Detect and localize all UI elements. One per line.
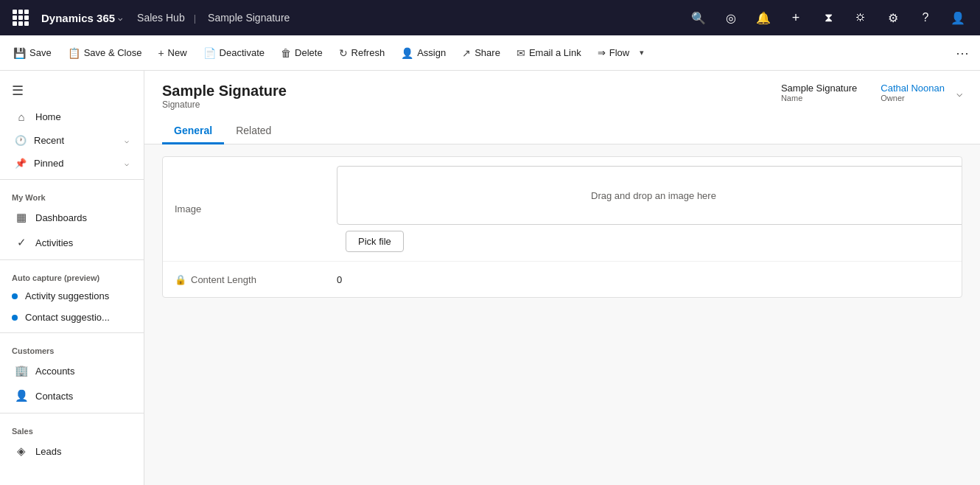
record-owner-field: Cathal Noonan Owner (881, 83, 945, 102)
activity-dot-icon (12, 293, 18, 299)
lock-icon: 🔒 (175, 274, 186, 285)
record-header: Sample Signature Signature Sample Signat… (162, 83, 962, 110)
deactivate-button[interactable]: 📄 Deactivate (196, 43, 272, 63)
customers-section-label: Customers (0, 338, 144, 358)
share-icon: ↗ (462, 47, 471, 59)
tab-general[interactable]: General (162, 119, 224, 144)
record-meta-area: Sample Signature Name Cathal Noonan Owne… (781, 83, 962, 102)
record-owner-value[interactable]: Cathal Noonan (881, 83, 945, 94)
image-drop-zone[interactable]: Drag and drop an image here (337, 166, 962, 225)
form-area: Image Drag and drop an image here Pick f… (144, 144, 980, 310)
content-length-value: 0 (325, 262, 962, 297)
sidebar-toggle-button[interactable]: ☰ (0, 77, 144, 105)
deactivate-icon: 📄 (203, 47, 216, 59)
contacts-icon: 👤 (15, 389, 28, 402)
sales-section-label: Sales (0, 418, 144, 439)
flow-button[interactable]: ⇒ Flow (590, 43, 635, 63)
refresh-button[interactable]: ↻ Refresh (332, 43, 393, 63)
record-name-value: Sample Signature (781, 83, 857, 94)
sidebar-divider-1 (0, 179, 144, 180)
brand-chevron-icon: ⌵ (118, 14, 122, 22)
content-header: Sample Signature Signature Sample Signat… (144, 71, 980, 144)
email-link-button[interactable]: ✉ Email a Link (509, 43, 589, 63)
user-search-icon[interactable]: ⛭ (847, 4, 874, 31)
grid-icon (13, 10, 29, 26)
delete-button[interactable]: 🗑 Delete (273, 43, 330, 63)
task-icon[interactable]: ◎ (718, 4, 744, 31)
sidebar-item-dashboards[interactable]: ▦ Dashboards (3, 205, 141, 230)
brand-name[interactable]: Dynamics 365 ⌵ (41, 12, 122, 24)
sidebar-divider-2 (0, 259, 144, 260)
new-record-icon[interactable]: + (783, 4, 809, 31)
sidebar-item-home[interactable]: ⌂ Home (3, 105, 141, 129)
app-grid-button[interactable] (9, 6, 32, 29)
record-title: Sample Signature (162, 83, 287, 100)
pinned-chevron-icon: ⌵ (125, 159, 129, 167)
email-icon: ✉ (517, 47, 525, 59)
record-title-area: Sample Signature Signature (162, 83, 287, 110)
sidebar-item-recent[interactable]: 🕐 Recent ⌵ (3, 129, 141, 152)
accounts-icon: 🏢 (15, 364, 28, 377)
my-work-section-label: My Work (0, 184, 144, 205)
save-button[interactable]: 💾 Save (6, 43, 59, 63)
sidebar-item-accounts[interactable]: 🏢 Accounts (3, 358, 141, 383)
image-row: Image Drag and drop an image here Pick f… (163, 157, 962, 262)
form-section: Image Drag and drop an image here Pick f… (162, 156, 962, 298)
assign-icon: 👤 (401, 47, 413, 59)
sidebar-item-contacts[interactable]: 👤 Contacts (3, 383, 141, 408)
save-close-icon: 📋 (68, 47, 80, 59)
image-label: Image (163, 157, 325, 261)
content-area: Sample Signature Signature Sample Signat… (144, 71, 980, 485)
contact-dot-icon (12, 315, 18, 321)
sidebar-divider-4 (0, 413, 144, 414)
flow-chevron-button[interactable]: ▾ (635, 43, 648, 62)
record-name-label: Name (781, 94, 857, 102)
pick-file-button[interactable]: Pick file (346, 231, 404, 252)
filter-icon[interactable]: ⧗ (815, 4, 841, 31)
tab-related[interactable]: Related (224, 119, 283, 144)
new-icon: + (158, 47, 164, 59)
new-button[interactable]: + New (150, 43, 194, 63)
sidebar-item-activities[interactable]: ✓ Activities (3, 230, 141, 255)
app-name: Sales Hub (137, 12, 185, 24)
leads-icon: ◈ (15, 444, 28, 458)
refresh-icon: ↻ (339, 47, 348, 59)
settings-icon[interactable]: ⚙ (880, 4, 906, 31)
save-icon: 💾 (13, 47, 26, 59)
notification-icon[interactable]: 🔔 (750, 4, 777, 31)
record-subtitle: Signature (162, 100, 287, 110)
auto-capture-section-label: Auto capture (preview) (0, 265, 144, 285)
pin-icon: 📌 (15, 158, 27, 169)
content-length-label: 🔒 Content Length (163, 262, 325, 297)
sidebar-item-leads[interactable]: ◈ Leads (3, 439, 141, 464)
tabs: General Related (162, 119, 962, 144)
content-length-row: 🔒 Content Length 0 (163, 262, 962, 297)
share-button[interactable]: ↗ Share (455, 43, 508, 63)
save-close-button[interactable]: 📋 Save & Close (60, 43, 150, 63)
recent-chevron-icon: ⌵ (125, 136, 129, 144)
more-options-button[interactable]: ⋯ (951, 41, 974, 65)
profile-icon[interactable]: 👤 (945, 4, 971, 31)
flow-button-group: ⇒ Flow ▾ (590, 43, 648, 63)
home-icon: ⌂ (15, 111, 28, 123)
record-expand-chevron-icon[interactable]: ⌵ (956, 87, 962, 99)
flow-icon: ⇒ (598, 47, 606, 58)
activities-icon: ✓ (15, 236, 28, 249)
sidebar-divider-3 (0, 332, 144, 333)
image-field: Drag and drop an image here Pick file (325, 157, 962, 261)
sidebar-item-activity-suggestions[interactable]: Activity suggestions (0, 285, 144, 307)
help-icon[interactable]: ? (912, 4, 939, 31)
main-layout: ☰ ⌂ Home 🕐 Recent ⌵ 📌 Pinned ⌵ My Work ▦… (0, 71, 980, 485)
search-icon[interactable]: 🔍 (685, 4, 712, 31)
sidebar-item-pinned[interactable]: 📌 Pinned ⌵ (3, 152, 141, 175)
assign-button[interactable]: 👤 Assign (393, 43, 453, 63)
toolbar: 💾 Save 📋 Save & Close + New 📄 Deactivate… (0, 35, 980, 71)
dashboards-icon: ▦ (15, 211, 28, 224)
record-name-field: Sample Signature Name (781, 83, 857, 102)
record-owner-label: Owner (881, 94, 945, 102)
sidebar-item-contact-suggestions[interactable]: Contact suggestio... (0, 307, 144, 328)
delete-icon: 🗑 (281, 47, 291, 59)
nav-record-name: Sample Signature (208, 12, 290, 24)
top-navigation: Dynamics 365 ⌵ Sales Hub | Sample Signat… (0, 0, 980, 35)
sidebar: ☰ ⌂ Home 🕐 Recent ⌵ 📌 Pinned ⌵ My Work ▦… (0, 71, 144, 485)
